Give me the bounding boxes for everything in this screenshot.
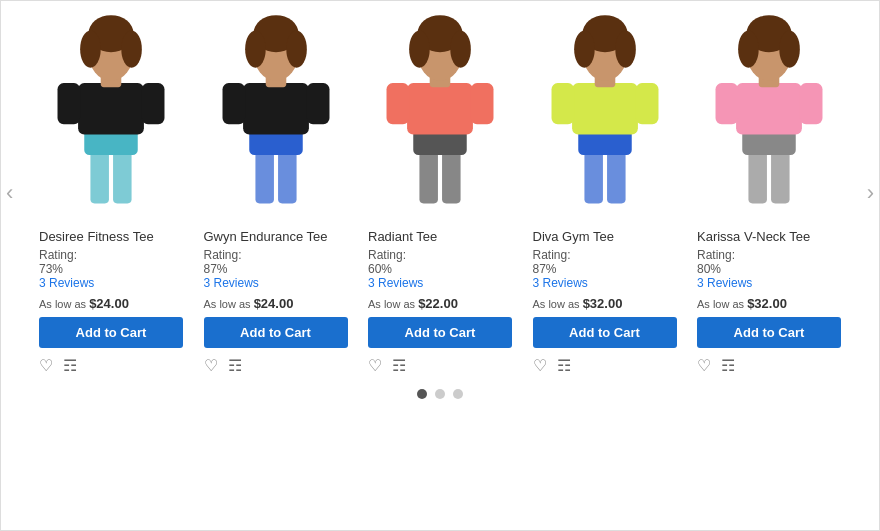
product-reviews-5[interactable]: 3 Reviews [697, 276, 752, 290]
svg-rect-44 [748, 147, 767, 204]
carousel-next-button[interactable]: › [862, 175, 879, 211]
product-rating-value-4: 87% [533, 262, 557, 276]
wishlist-icon-3[interactable]: ♡ [368, 356, 382, 375]
svg-rect-37 [551, 83, 574, 124]
svg-rect-15 [222, 83, 245, 124]
row-label [1, 1, 879, 11]
wishlist-icon-2[interactable]: ♡ [204, 356, 218, 375]
product-image-2 [204, 11, 348, 221]
svg-rect-16 [306, 83, 329, 124]
product-rating-label-3: Rating: [368, 248, 406, 262]
product-rating-value-5: 80% [697, 262, 721, 276]
svg-point-31 [409, 31, 430, 68]
carousel-dot-1[interactable] [417, 389, 427, 399]
svg-rect-38 [635, 83, 658, 124]
product-rating-label-5: Rating: [697, 248, 735, 262]
svg-rect-11 [255, 147, 274, 204]
add-to-cart-button-2[interactable]: Add to Cart [204, 317, 348, 348]
wishlist-icon-5[interactable]: ♡ [697, 356, 711, 375]
svg-rect-14 [243, 83, 309, 134]
product-carousel-wrapper: ‹ [0, 0, 880, 531]
product-actions-5: ♡ ☶ [697, 356, 735, 375]
product-actions-3: ♡ ☶ [368, 356, 406, 375]
product-name-4: Diva Gym Tee [533, 229, 614, 246]
product-actions-2: ♡ ☶ [204, 356, 242, 375]
svg-point-20 [245, 31, 266, 68]
svg-rect-49 [800, 83, 823, 124]
svg-rect-22 [419, 147, 438, 204]
add-to-cart-button-5[interactable]: Add to Cart [697, 317, 841, 348]
svg-point-42 [574, 31, 595, 68]
svg-rect-3 [78, 83, 144, 134]
product-actions-1: ♡ ☶ [39, 356, 77, 375]
product-price-5: As low as $32.00 [697, 296, 787, 311]
svg-rect-47 [736, 83, 802, 134]
svg-rect-33 [584, 147, 603, 204]
product-rating-label-2: Rating: [204, 248, 242, 262]
product-price-3: As low as $22.00 [368, 296, 458, 311]
product-reviews-4[interactable]: 3 Reviews [533, 276, 588, 290]
svg-rect-4 [58, 83, 81, 124]
carousel-container: ‹ [1, 11, 879, 375]
wishlist-icon-4[interactable]: ♡ [533, 356, 547, 375]
svg-rect-1 [113, 147, 132, 204]
product-card-2: Gwyn Endurance Tee Rating: 87% 3 Reviews… [196, 11, 356, 375]
product-rating-label-1: Rating: [39, 248, 77, 262]
svg-rect-25 [407, 83, 473, 134]
product-reviews-2[interactable]: 3 Reviews [204, 276, 259, 290]
product-card-4: Diva Gym Tee Rating: 87% 3 Reviews As lo… [525, 11, 685, 375]
compare-icon-4[interactable]: ☶ [557, 356, 571, 375]
wishlist-icon-1[interactable]: ♡ [39, 356, 53, 375]
svg-rect-48 [716, 83, 739, 124]
svg-point-21 [286, 31, 307, 68]
product-name-5: Karissa V-Neck Tee [697, 229, 810, 246]
compare-icon-5[interactable]: ☶ [721, 356, 735, 375]
svg-point-54 [779, 31, 800, 68]
carousel-dot-3[interactable] [453, 389, 463, 399]
svg-rect-27 [471, 83, 494, 124]
svg-point-43 [615, 31, 636, 68]
svg-rect-5 [142, 83, 165, 124]
carousel-dots [1, 375, 879, 407]
add-to-cart-button-4[interactable]: Add to Cart [533, 317, 677, 348]
product-card-1: Desiree Fitness Tee Rating: 73% 3 Review… [31, 11, 191, 375]
svg-rect-34 [607, 147, 626, 204]
product-price-1: As low as $24.00 [39, 296, 129, 311]
product-image-1 [39, 11, 183, 221]
svg-rect-36 [572, 83, 638, 134]
product-rating-label-4: Rating: [533, 248, 571, 262]
product-card-3: Radiant Tee Rating: 60% 3 Reviews As low… [360, 11, 520, 375]
svg-rect-0 [90, 147, 109, 204]
product-name-3: Radiant Tee [368, 229, 437, 246]
compare-icon-3[interactable]: ☶ [392, 356, 406, 375]
compare-icon-1[interactable]: ☶ [63, 356, 77, 375]
svg-rect-26 [387, 83, 410, 124]
carousel-prev-button[interactable]: ‹ [1, 175, 18, 211]
carousel-dot-2[interactable] [435, 389, 445, 399]
svg-rect-23 [442, 147, 461, 204]
product-price-2: As low as $24.00 [204, 296, 294, 311]
svg-rect-12 [278, 147, 297, 204]
svg-point-10 [121, 31, 142, 68]
product-rating-value-3: 60% [368, 262, 392, 276]
add-to-cart-button-3[interactable]: Add to Cart [368, 317, 512, 348]
compare-icon-2[interactable]: ☶ [228, 356, 242, 375]
svg-rect-45 [771, 147, 790, 204]
products-row: Desiree Fitness Tee Rating: 73% 3 Review… [31, 11, 849, 375]
add-to-cart-button-1[interactable]: Add to Cart [39, 317, 183, 348]
svg-point-9 [80, 31, 101, 68]
product-rating-value-1: 73% [39, 262, 63, 276]
product-image-5 [697, 11, 841, 221]
product-rating-value-2: 87% [204, 262, 228, 276]
product-image-4 [533, 11, 677, 221]
svg-point-53 [738, 31, 759, 68]
product-reviews-3[interactable]: 3 Reviews [368, 276, 423, 290]
product-price-4: As low as $32.00 [533, 296, 623, 311]
product-name-1: Desiree Fitness Tee [39, 229, 154, 246]
product-card-5: Karissa V-Neck Tee Rating: 80% 3 Reviews… [689, 11, 849, 375]
product-image-3 [368, 11, 512, 221]
svg-point-32 [450, 31, 471, 68]
product-reviews-1[interactable]: 3 Reviews [39, 276, 94, 290]
product-actions-4: ♡ ☶ [533, 356, 571, 375]
product-name-2: Gwyn Endurance Tee [204, 229, 328, 246]
